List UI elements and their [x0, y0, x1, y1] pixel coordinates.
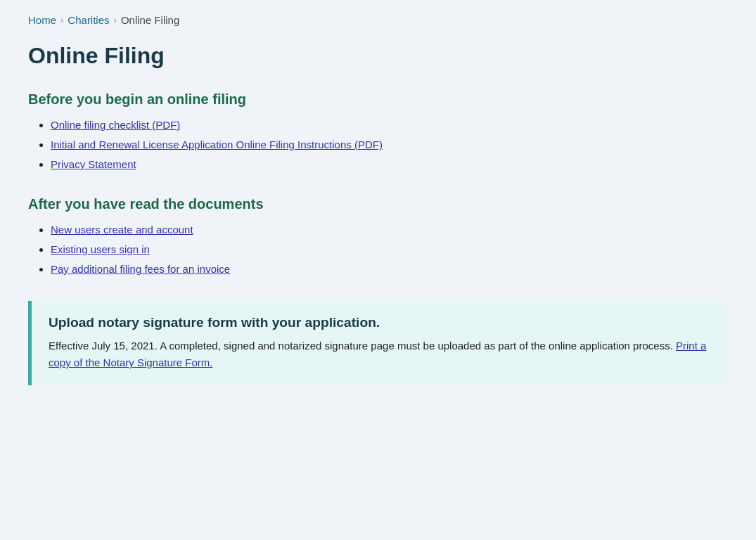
page-title: Online Filing	[28, 43, 728, 69]
breadcrumb-separator-2: ›	[114, 15, 117, 25]
callout-heading: Upload notary signature form with your a…	[49, 315, 711, 330]
list-item: Initial and Renewal License Application …	[51, 139, 728, 151]
online-filing-checklist-link[interactable]: Online filing checklist (PDF)	[51, 119, 180, 131]
callout-body-text: Effective July 15, 2021. A completed, si…	[49, 340, 673, 352]
breadcrumb-home-link[interactable]: Home	[28, 14, 56, 26]
list-item: Pay additional filing fees for an invoic…	[51, 263, 728, 276]
section-after-read: After you have read the documents New us…	[28, 196, 728, 276]
initial-renewal-instructions-link[interactable]: Initial and Renewal License Application …	[51, 139, 383, 150]
section-before-begin: Before you begin an online filing Online…	[28, 91, 728, 171]
existing-users-sign-in-link[interactable]: Existing users sign in	[51, 243, 150, 255]
breadcrumb-current: Online Filing	[121, 14, 179, 26]
after-read-list: New users create and account Existing us…	[28, 224, 728, 276]
breadcrumb-charities-link[interactable]: Charities	[68, 14, 109, 26]
list-item: New users create and account	[51, 224, 728, 236]
pay-additional-fees-link[interactable]: Pay additional filing fees for an invoic…	[51, 263, 230, 275]
section-after-read-heading: After you have read the documents	[28, 196, 728, 212]
breadcrumb: Home › Charities › Online Filing	[28, 14, 728, 26]
breadcrumb-separator-1: ›	[60, 15, 63, 25]
section-before-begin-heading: Before you begin an online filing	[28, 91, 728, 108]
callout-box: Upload notary signature form with your a…	[28, 301, 728, 385]
list-item: Privacy Statement	[51, 158, 728, 171]
list-item: Existing users sign in	[51, 243, 728, 256]
list-item: Online filing checklist (PDF)	[51, 119, 728, 131]
privacy-statement-link[interactable]: Privacy Statement	[51, 158, 136, 170]
callout-body: Effective July 15, 2021. A completed, si…	[49, 338, 711, 371]
before-begin-list: Online filing checklist (PDF) Initial an…	[28, 119, 728, 171]
new-users-create-account-link[interactable]: New users create and account	[51, 224, 193, 236]
